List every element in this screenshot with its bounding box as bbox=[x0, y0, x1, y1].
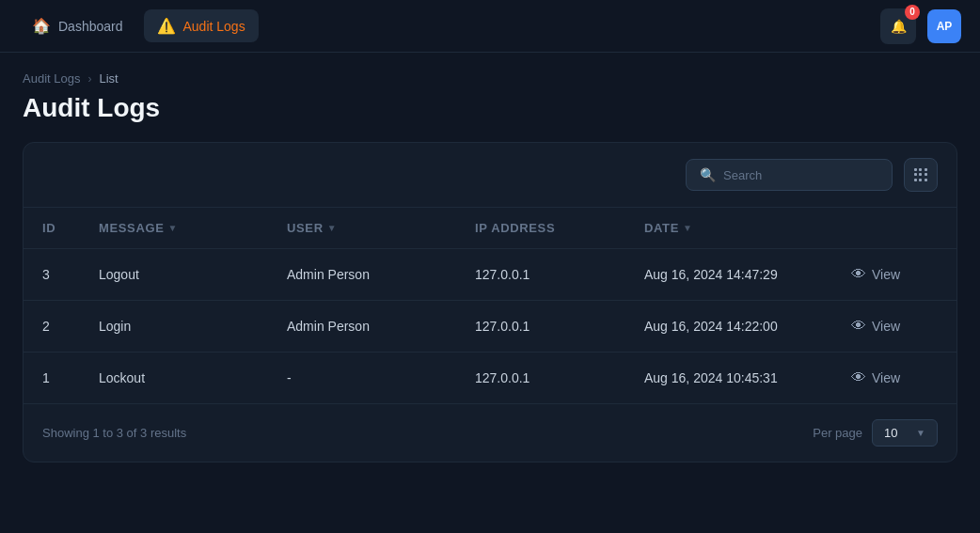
audit-logs-card: 🔍 I bbox=[23, 142, 957, 462]
search-icon: 🔍 bbox=[700, 167, 716, 182]
view-button[interactable]: 👁 View bbox=[851, 266, 945, 283]
cell-ip: 127.0.0.1 bbox=[475, 267, 644, 282]
alert-triangle-icon: ⚠️ bbox=[157, 17, 176, 35]
view-label: View bbox=[872, 319, 900, 334]
nav-audit-logs-label: Audit Logs bbox=[183, 19, 245, 34]
cell-user: - bbox=[287, 370, 475, 385]
col-header-user[interactable]: User ▼ bbox=[287, 221, 475, 235]
breadcrumb-parent[interactable]: Audit Logs bbox=[23, 71, 80, 86]
cell-message: Login bbox=[99, 319, 287, 334]
table-row: 3 Logout Admin Person 127.0.0.1 Aug 16, … bbox=[24, 249, 956, 301]
col-header-ip: IP Address bbox=[475, 221, 644, 235]
table-row: 2 Login Admin Person 127.0.0.1 Aug 16, 2… bbox=[24, 301, 956, 353]
eye-icon: 👁 bbox=[851, 369, 866, 386]
nav-dashboard[interactable]: 🏠 Dashboard bbox=[19, 9, 136, 42]
top-navigation: 🏠 Dashboard ⚠️ Audit Logs 🔔 0 AP bbox=[0, 0, 980, 53]
cell-id: 3 bbox=[42, 267, 99, 282]
breadcrumb-current: List bbox=[99, 71, 118, 86]
eye-icon: 👁 bbox=[851, 318, 866, 335]
cell-message: Lockout bbox=[99, 370, 287, 385]
per-page-label: Per page bbox=[813, 426, 862, 440]
table-header: ID Message ▼ User ▼ IP Address Date ▼ bbox=[24, 208, 956, 249]
page-title: Audit Logs bbox=[23, 93, 957, 123]
cell-ip: 127.0.0.1 bbox=[475, 370, 644, 385]
breadcrumb: Audit Logs › List bbox=[23, 71, 957, 86]
showing-text: Showing 1 to 3 of 3 results bbox=[42, 426, 186, 440]
columns-button[interactable] bbox=[904, 158, 938, 192]
table-row: 1 Lockout - 127.0.0.1 Aug 16, 2024 10:45… bbox=[24, 353, 956, 403]
view-label: View bbox=[872, 267, 900, 282]
breadcrumb-separator: › bbox=[87, 72, 91, 86]
home-icon: 🏠 bbox=[32, 17, 51, 35]
card-toolbar: 🔍 bbox=[24, 143, 956, 208]
cell-id: 1 bbox=[42, 370, 99, 385]
avatar[interactable]: AP bbox=[927, 9, 961, 43]
notification-button[interactable]: 🔔 0 bbox=[880, 8, 916, 44]
table: ID Message ▼ User ▼ IP Address Date ▼ bbox=[24, 208, 956, 403]
view-button[interactable]: 👁 View bbox=[851, 318, 945, 335]
nav-audit-logs[interactable]: ⚠️ Audit Logs bbox=[144, 9, 259, 42]
cell-message: Logout bbox=[99, 267, 287, 282]
bell-icon: 🔔 bbox=[891, 19, 907, 34]
grid-icon bbox=[914, 168, 927, 181]
eye-icon: 👁 bbox=[851, 266, 866, 283]
cell-user: Admin Person bbox=[287, 319, 475, 334]
page-content: Audit Logs › List Audit Logs 🔍 bbox=[0, 53, 980, 481]
cell-user: Admin Person bbox=[287, 267, 475, 282]
cell-ip: 127.0.0.1 bbox=[475, 319, 644, 334]
table-body: 3 Logout Admin Person 127.0.0.1 Aug 16, … bbox=[24, 249, 956, 403]
cell-date: Aug 16, 2024 14:47:29 bbox=[644, 267, 851, 282]
cell-date: Aug 16, 2024 14:22:00 bbox=[644, 319, 851, 334]
avatar-initials: AP bbox=[937, 20, 953, 33]
per-page-value: 10 bbox=[884, 426, 897, 440]
sort-icon-date: ▼ bbox=[683, 223, 693, 233]
col-header-date[interactable]: Date ▼ bbox=[644, 221, 851, 235]
nav-left: 🏠 Dashboard ⚠️ Audit Logs bbox=[19, 9, 259, 42]
search-input[interactable] bbox=[723, 168, 878, 182]
sort-icon-message: ▼ bbox=[168, 223, 179, 233]
sort-icon-user: ▼ bbox=[327, 223, 338, 233]
view-button[interactable]: 👁 View bbox=[851, 369, 945, 386]
nav-right: 🔔 0 AP bbox=[880, 8, 961, 44]
col-header-id: ID bbox=[42, 221, 99, 235]
card-footer: Showing 1 to 3 of 3 results Per page 10 … bbox=[24, 403, 956, 462]
chevron-down-icon: ▼ bbox=[916, 428, 925, 438]
search-box: 🔍 bbox=[686, 159, 893, 191]
view-label: View bbox=[872, 370, 900, 385]
col-header-actions bbox=[851, 221, 945, 235]
cell-date: Aug 16, 2024 10:45:31 bbox=[644, 370, 851, 385]
per-page-selector: Per page 10 ▼ bbox=[813, 419, 938, 447]
col-header-message[interactable]: Message ▼ bbox=[99, 221, 287, 235]
per-page-dropdown[interactable]: 10 ▼ bbox=[872, 419, 938, 447]
notification-badge: 0 bbox=[905, 5, 920, 20]
cell-id: 2 bbox=[42, 319, 99, 334]
nav-dashboard-label: Dashboard bbox=[58, 19, 123, 34]
